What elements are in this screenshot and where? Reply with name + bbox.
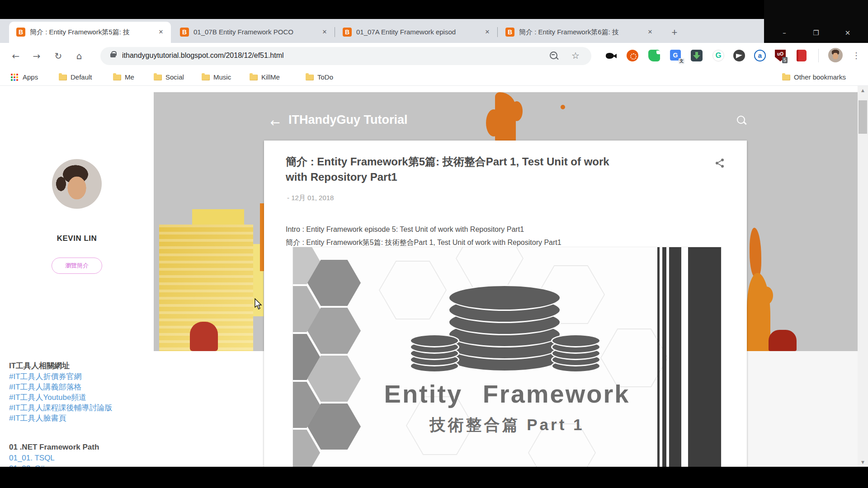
address-bar[interactable]: ithandyguytutorial.blogspot.com/2018/12/…: [100, 47, 591, 65]
scroll-down-icon[interactable]: ▼: [858, 458, 868, 467]
tab-separator: [497, 27, 498, 37]
secure-lock-icon[interactable]: [110, 53, 116, 57]
bookmark-star-icon[interactable]: ☆: [571, 50, 580, 61]
background-art: [511, 101, 523, 121]
post-body-line: 簡介 : Entity Framework第5篇: 技術整合Part 1, Te…: [286, 238, 561, 248]
other-bookmarks-label: Other bookmarks: [794, 72, 846, 83]
figure-subtitle: 技術整合篇 Part 1: [293, 414, 721, 436]
tab-01-07a[interactable]: B 01_07A Entity Framework episod ✕: [335, 22, 497, 43]
tab-ef6[interactable]: B 簡介 : Entity Framework第6篇: 技 ✕: [498, 22, 660, 43]
database-stack-small: [551, 334, 601, 375]
dictionary-extension-icon[interactable]: [797, 50, 809, 62]
search-icon[interactable]: [737, 116, 748, 127]
forward-icon[interactable]: →: [30, 49, 43, 63]
url-text[interactable]: ithandyguytutorial.blogspot.com/2018/12/…: [122, 52, 284, 60]
tab-ef5[interactable]: B 簡介 : Entity Framework第5篇: 技 ✕: [9, 22, 171, 43]
close-button[interactable]: ✕: [837, 26, 858, 40]
view-profile-button[interactable]: 瀏覽簡介: [52, 258, 102, 274]
alexa-extension-icon[interactable]: a: [754, 50, 767, 62]
tab-close-icon[interactable]: ✕: [320, 28, 329, 37]
tab-title: 簡介 : Entity Framework第5篇: 技: [30, 28, 150, 37]
sidebar-link-facebook[interactable]: #IT工具人臉書頁: [9, 413, 66, 423]
toolbar-separator: [818, 49, 819, 62]
folder-icon: [250, 75, 258, 80]
folder-icon: [113, 75, 121, 80]
folder-icon: [782, 75, 790, 80]
background-art: [747, 273, 770, 351]
sidebar-links-header: IT工具人相關網址: [9, 361, 70, 371]
sidebar-link-tsql[interactable]: 01_01. TSQL: [9, 454, 55, 463]
post-title: 簡介 : Entity Framework第5篇: 技術整合Part 1, Te…: [286, 154, 611, 185]
right-gutter: [747, 351, 858, 467]
home-icon[interactable]: ⌂: [72, 49, 86, 63]
sidebar-link-coupon[interactable]: #IT工具人折價券官網: [9, 371, 82, 382]
sidebar-link-youtube[interactable]: #IT工具人Youtube頻道: [9, 392, 86, 403]
profile-photo[interactable]: [52, 159, 102, 209]
blogger-favicon: B: [505, 28, 514, 37]
scrollbar-thumb[interactable]: [859, 100, 867, 134]
page-content: ← ITHandyGuy Tutorial KEVIN LIN 瀏覽簡介 IT工…: [0, 86, 858, 467]
reload-icon[interactable]: ↻: [52, 49, 65, 63]
hexagon-decoration: [379, 261, 447, 319]
download-extension-icon[interactable]: [691, 50, 703, 62]
folder-icon: [306, 75, 314, 80]
folder-label: Social: [165, 72, 184, 83]
figure-title: Entity Framework: [293, 379, 721, 408]
window-controls: – ❐ ✕: [774, 26, 864, 40]
profile-avatar[interactable]: [828, 48, 843, 62]
bar-decoration: [662, 247, 666, 467]
folder-icon: [59, 75, 67, 80]
post-date: - 12月 01, 2018: [287, 194, 334, 202]
restore-button[interactable]: ❐: [806, 26, 826, 40]
scroll-up-icon[interactable]: ▲: [858, 86, 868, 95]
folder-label: Music: [213, 72, 231, 83]
bookmarks-bar: Apps Default Me Social Music KillMe ToDo: [0, 69, 868, 86]
tab-separator: [335, 27, 335, 37]
bar-decoration: [669, 247, 681, 467]
post-body-line: Intro : Entity Framework episode 5: Test…: [286, 225, 524, 234]
background-art: [260, 203, 264, 271]
tab-title: 01_07B Entity Framework POCO: [193, 28, 313, 37]
background-art: [760, 286, 773, 305]
blog-title[interactable]: ITHandyGuy Tutorial: [288, 113, 408, 127]
background-art: [769, 330, 797, 351]
tab-close-icon[interactable]: ✕: [646, 28, 655, 37]
bar-decoration: [657, 247, 660, 467]
sidebar-link-forum[interactable]: #IT工具人課程課後輔導討論版: [9, 403, 113, 413]
apps-grid-icon: [11, 74, 18, 81]
background-art: [190, 322, 218, 351]
ublock-extension-icon[interactable]: uO 5: [775, 50, 788, 62]
sidebar-link-blog[interactable]: #IT工具人講義部落格: [9, 382, 82, 392]
mouse-cursor: [255, 298, 264, 310]
folder-icon: [202, 75, 210, 80]
folder-label: ToDo: [317, 72, 333, 83]
bird-extension-icon[interactable]: [733, 50, 746, 62]
background-art: [561, 105, 565, 109]
tab-close-icon[interactable]: ✕: [156, 28, 165, 37]
post-figure[interactable]: Entity Framework 技術整合篇 Part 1: [293, 247, 721, 467]
sidebar-section2-header: 01 .NET Framework Path: [9, 443, 99, 452]
blogger-favicon: B: [16, 28, 25, 37]
new-tab-button[interactable]: +: [668, 26, 681, 39]
zoom-out-icon[interactable]: [550, 52, 559, 61]
browser-menu-icon[interactable]: ⋮: [851, 49, 862, 62]
tab-close-icon[interactable]: ✕: [483, 28, 492, 37]
orange-circle-extension-icon[interactable]: [627, 50, 639, 62]
folder-icon: [154, 75, 162, 80]
tab-01-07b[interactable]: B 01_07B Entity Framework POCO ✕: [173, 22, 335, 43]
background-art: [192, 209, 244, 225]
back-arrow-icon[interactable]: ←: [270, 116, 280, 129]
post-card: 簡介 : Entity Framework第5篇: 技術整合Part 1, Te…: [264, 141, 747, 467]
back-icon[interactable]: ←: [9, 49, 23, 63]
blogger-favicon: B: [343, 28, 352, 37]
page-scrollbar[interactable]: ▲ ▼: [858, 86, 868, 467]
fish-extension-icon[interactable]: [605, 50, 618, 62]
database-stack-small: [410, 334, 459, 375]
minimize-button[interactable]: –: [774, 26, 795, 40]
grammarly-extension-icon[interactable]: G: [712, 50, 725, 62]
database-stack-large: [448, 285, 561, 375]
bar-decoration: [688, 247, 721, 467]
share-icon[interactable]: [714, 158, 725, 169]
translate-extension-icon[interactable]: G: [670, 50, 683, 62]
evernote-extension-icon[interactable]: [648, 50, 661, 62]
